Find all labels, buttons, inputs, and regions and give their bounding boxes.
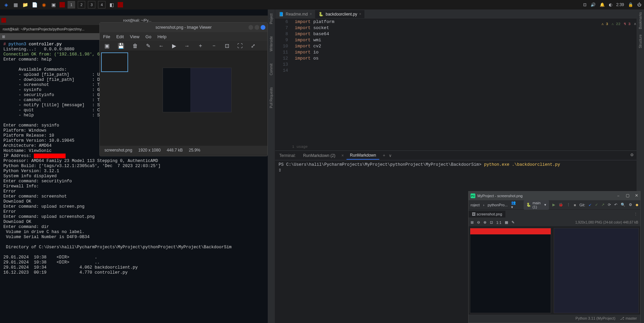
git-commit-icon[interactable]: ✓: [595, 203, 598, 207]
editor-tabs: 📘Readme.md×🐍backdoorclient.py× ⋮: [275, 9, 644, 19]
run-icon[interactable]: ▶: [552, 203, 555, 207]
close-button[interactable]: [261, 25, 265, 30]
pycharm-popup-window: PC MyProject - screenshot.png － ▢ ✕ roje…: [468, 191, 641, 323]
tab-Readme-md[interactable]: 📘Readme.md×: [275, 10, 315, 18]
zoomin-icon[interactable]: ＋: [198, 42, 203, 49]
zoomout-icon[interactable]: －: [211, 42, 217, 49]
shutdown-icon[interactable]: ⏻: [637, 2, 641, 7]
run-tab-2[interactable]: RunMarkdown: [347, 152, 379, 160]
grid-icon[interactable]: ⊞: [471, 220, 474, 225]
menu-help[interactable]: Help: [158, 34, 167, 39]
firefox-icon[interactable]: ◉: [41, 1, 47, 8]
git-pull-icon[interactable]: ↙: [589, 203, 592, 207]
zoom-ratio[interactable]: 1:1: [496, 221, 501, 225]
popup-tab-menu-icon[interactable]: ⋮: [634, 212, 640, 216]
fit-icon[interactable]: ⊡: [225, 43, 229, 49]
terminal2-icon[interactable]: [59, 2, 65, 7]
image-viewer-canvas[interactable]: [100, 51, 267, 146]
kali-menu-icon[interactable]: ◈: [3, 1, 9, 8]
workspace-3[interactable]: 3: [88, 1, 95, 8]
terminal-window-title: root@kali: ~/Py...: [8, 18, 266, 22]
sidebar-commit[interactable]: Commit: [269, 61, 273, 78]
ps-prompt: PS C:\Users\halil\PycharmProjects\MyProj…: [279, 162, 481, 167]
stop-icon[interactable]: ■: [574, 203, 576, 207]
tab-dropdown-icon[interactable]: ∨: [389, 153, 392, 158]
zoomin2-icon[interactable]: ⊕: [483, 220, 486, 225]
workspace-1[interactable]: 1: [68, 1, 75, 8]
ai-icon[interactable]: ◆: [636, 203, 638, 207]
popup-toolbar: roject › pythonPro... 👥▾ 🐍 main (1) ▾ ▶ …: [469, 200, 640, 210]
run-config-dropdown[interactable]: 🐍 main (1) ▾: [524, 200, 549, 210]
code-editor[interactable]: 67891011121314 import platformimport soc…: [275, 19, 644, 151]
fit2-icon[interactable]: ⊡: [490, 220, 493, 225]
image-thumbnail[interactable]: [101, 52, 128, 72]
chess-icon[interactable]: ▦: [505, 220, 508, 225]
sidebar-project[interactable]: Project: [269, 11, 273, 27]
git-branch[interactable]: ⎇ master: [620, 316, 637, 321]
settings2-icon[interactable]: ⚙: [629, 203, 632, 207]
clock[interactable]: 2:39: [616, 2, 624, 7]
edit-icon[interactable]: ✎: [146, 43, 150, 49]
workspace-2[interactable]: 2: [78, 1, 85, 8]
git-push-icon[interactable]: ↗: [601, 203, 604, 207]
popup-close-icon[interactable]: ✕: [635, 193, 638, 199]
popup-maximize-icon[interactable]: ▢: [626, 193, 629, 199]
files-icon[interactable]: 📁: [22, 1, 28, 8]
menu-edit[interactable]: Edit: [116, 34, 124, 39]
record-icon[interactable]: ⊡: [583, 2, 587, 7]
workspace-4[interactable]: 4: [98, 1, 105, 8]
menu-file[interactable]: File: [103, 34, 110, 39]
popup-image-canvas[interactable]: [469, 227, 640, 315]
menu-go[interactable]: Go: [145, 34, 151, 39]
popup-tab[interactable]: 🖼 screenshot.png: [469, 211, 505, 217]
debug-icon[interactable]: 🐞: [558, 203, 563, 207]
terminal-icon[interactable]: ▣: [50, 1, 57, 8]
maximize-button[interactable]: [255, 25, 259, 30]
tab-backdoorclient-py[interactable]: 🐍backdoorclient.py×: [315, 10, 364, 18]
save-icon[interactable]: 💾: [118, 43, 124, 49]
window-list-icon[interactable]: ▦: [12, 1, 19, 8]
image-viewer-titlebar[interactable]: screenshot.png - Image Viewer: [100, 23, 267, 32]
user-icon[interactable]: 👥▾: [511, 201, 517, 209]
popup-minimize-icon[interactable]: －: [616, 193, 620, 199]
search-icon[interactable]: 🔍: [621, 203, 625, 207]
git-history-icon[interactable]: ⟳: [608, 203, 611, 207]
delete-icon[interactable]: 🗑: [133, 43, 138, 49]
editor-indicators[interactable]: ⚠ 3 ⚠ 22 ↯ 3 ∧ ∨: [601, 21, 641, 27]
image-viewer-window: screenshot.png - Image Viewer FileEditVi…: [99, 22, 268, 156]
desktop-taskbar: ◈ ▦ 📁 📄 ◉ ▣ 1 2 3 4 ◧ ⊡ 🔊 🔔 ◐ 2:39 🔒 ⏻: [0, 0, 644, 9]
breadcrumb-2[interactable]: pythonPro...: [488, 203, 508, 207]
open-icon[interactable]: ▣: [104, 43, 110, 49]
breadcrumb-1[interactable]: roject: [471, 203, 480, 207]
ide-left-sidebar: ProjectWritersideCommitPull Requests: [268, 9, 275, 323]
play-icon[interactable]: ▶: [172, 43, 176, 49]
popup-titlebar[interactable]: PC MyProject - screenshot.png － ▢ ✕: [469, 191, 640, 200]
run-tab-1[interactable]: RunMarkdown (2): [300, 152, 339, 159]
settings-icon[interactable]: ⚙: [630, 153, 634, 158]
text-icon[interactable]: 📄: [31, 1, 38, 8]
code-content[interactable]: import platformimport socketimport base6…: [291, 19, 334, 151]
rightbar-structure[interactable]: Structure: [639, 32, 642, 51]
app2-icon[interactable]: [118, 2, 123, 7]
prev-icon[interactable]: ←: [159, 43, 164, 49]
ide-terminal-output[interactable]: PS C:\Users\halil\PycharmProjects\MyProj…: [275, 160, 644, 175]
add-tab-icon[interactable]: ＋: [382, 153, 386, 158]
sidebar-writerside[interactable]: Writerside: [269, 33, 273, 54]
lock-icon[interactable]: 🔒: [628, 2, 633, 7]
power-icon[interactable]: ◐: [609, 2, 612, 7]
menu-view[interactable]: View: [130, 34, 139, 39]
fullscreen-icon[interactable]: ⛶: [237, 43, 243, 49]
app-icon[interactable]: ◧: [108, 1, 115, 8]
minimize-button[interactable]: [248, 25, 253, 30]
more-icon[interactable]: ⋮: [567, 203, 570, 207]
sidebar-pull-requests[interactable]: Pull Requests: [269, 85, 273, 111]
zoomout2-icon[interactable]: ⊖: [477, 220, 480, 225]
rightbar-bookmarks[interactable]: Bookmarks: [639, 9, 642, 32]
notification-icon[interactable]: 🔔: [600, 2, 605, 7]
python-interpreter[interactable]: Python 3.11 (MyProject): [575, 316, 615, 320]
volume-icon[interactable]: 🔊: [591, 2, 596, 7]
next-icon[interactable]: →: [184, 43, 190, 49]
color-picker-icon[interactable]: ✎: [511, 220, 515, 225]
resize-icon[interactable]: ⤢: [251, 43, 255, 49]
undo-icon[interactable]: ↶: [614, 203, 617, 207]
